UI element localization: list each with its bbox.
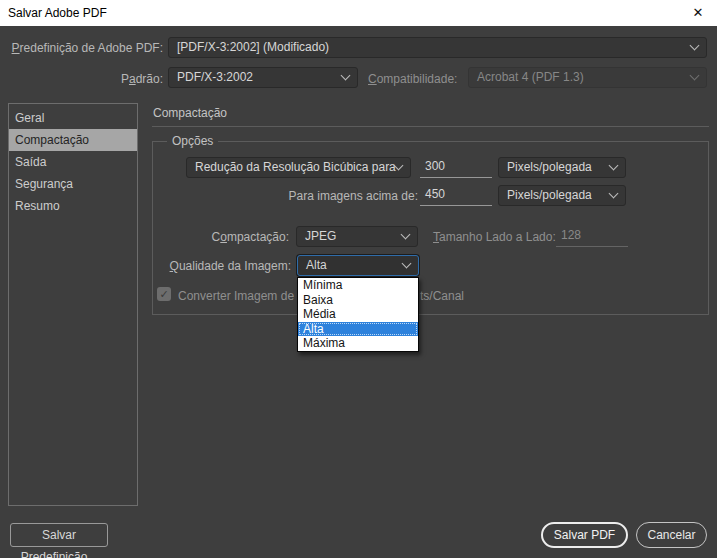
chevron-down-icon [609,188,619,198]
quality-dropdown[interactable]: Alta [297,255,419,276]
chevron-down-icon [341,70,351,80]
threshold-unit-value: Pixels/polegada [507,188,592,202]
close-icon[interactable]: ✕ [688,0,708,26]
chevron-down-icon [402,258,412,268]
preset-value: [PDF/X-3:2002] (Modificado) [177,40,329,54]
quality-value: Alta [306,258,327,272]
check-icon: ✓ [159,288,168,300]
convert-checkbox: ✓ [157,287,171,301]
window-title: Salvar Adobe PDF [8,0,107,26]
quality-label: Qualidade da Imagem: [153,259,291,273]
threshold-label: Para imagens acima de: [193,189,418,203]
downsample-method-value: Redução da Resolução Bicúbica para [195,160,396,174]
compatibility-dropdown: Acrobat 4 (PDF 1.3) [468,67,707,88]
compatibility-value: Acrobat 4 (PDF 1.3) [477,70,584,84]
panel-divider [152,126,709,127]
resolution-input[interactable]: 300 [420,157,492,178]
convert-label-right: ts/Canal [420,289,464,303]
quality-option-0[interactable]: Mínima [298,278,418,293]
sidebar-item-resumo[interactable]: Resumo [9,195,137,217]
chevron-down-icon [401,229,411,239]
sidebar-item-saida[interactable]: Saída [9,151,137,173]
chevron-down-icon [690,40,700,50]
options-legend: Opções [167,134,218,148]
chevron-down-icon [690,70,700,80]
threshold-input[interactable]: 450 [420,185,492,206]
convert-label-left: Converter Imagem de [178,289,294,303]
cancel-button[interactable]: Cancelar [636,522,707,548]
sidebar-item-compactacao[interactable]: Compactação [9,129,137,151]
quality-dropdown-list: MínimaBaixaMédiaAltaMáxima [297,277,419,352]
tile-size-input: 128 [556,226,628,247]
quality-option-1[interactable]: Baixa [298,293,418,308]
save-pdf-button[interactable]: Salvar PDF [541,522,628,548]
standard-value: PDF/X-3:2002 [177,70,253,84]
preset-dropdown[interactable]: [PDF/X-3:2002] (Modificado) [168,37,707,58]
compression-label: Compactação: [153,230,289,244]
save-preset-button[interactable]: Salvar Predefinição... [10,523,108,547]
compression-dropdown[interactable]: JPEG [296,226,418,247]
chevron-down-icon [609,160,619,170]
preset-label: Predefinição de Adobe PDF: [0,41,163,55]
options-group: Opções Redução da Resolução Bicúbica par… [152,141,709,315]
save-adobe-pdf-dialog: Salvar Adobe PDF ✕ Predefinição de Adobe… [0,0,717,558]
threshold-unit-dropdown[interactable]: Pixels/polegada [498,185,626,206]
resolution-unit-dropdown[interactable]: Pixels/polegada [498,157,626,178]
panel-title: Compactação [153,106,227,120]
quality-option-4[interactable]: Máxima [298,336,418,351]
sidebar-item-seguranca[interactable]: Segurança [9,173,137,195]
titlebar: Salvar Adobe PDF ✕ [0,0,717,26]
sidebar-item-geral[interactable]: Geral [9,107,137,129]
standard-dropdown[interactable]: PDF/X-3:2002 [168,67,358,88]
quality-option-2[interactable]: Média [298,307,418,322]
standard-label: Padrão: [0,72,163,86]
downsample-method-dropdown[interactable]: Redução da Resolução Bicúbica para [186,157,411,178]
sidebar-list: GeralCompactaçãoSaídaSegurançaResumo [8,103,138,506]
compatibility-label: Compatibilidade: [368,72,457,86]
quality-option-3[interactable]: Alta [298,322,418,337]
tile-size-label: Tamanho Lado a Lado: [433,230,556,244]
compression-value: JPEG [305,229,336,243]
resolution-unit-value: Pixels/polegada [507,160,592,174]
